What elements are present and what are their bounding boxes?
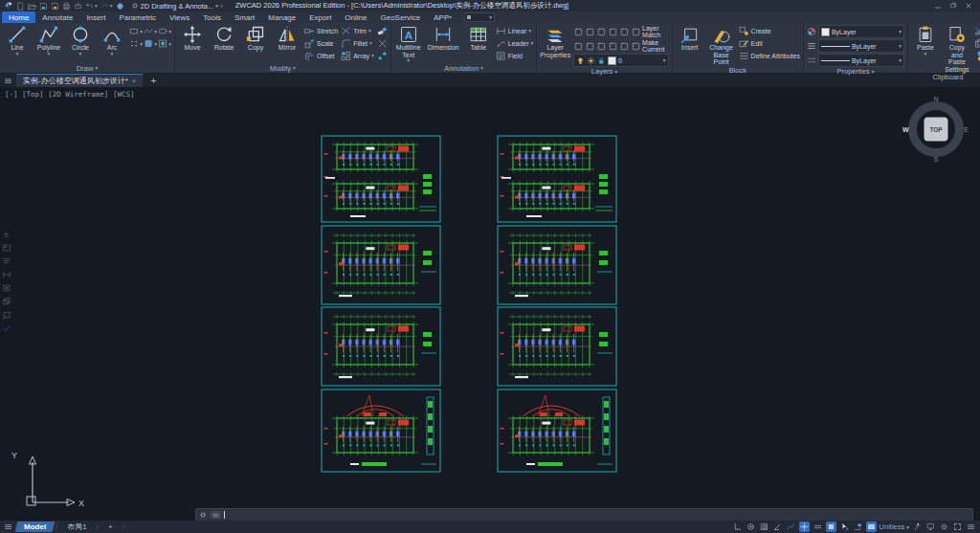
ribbon-tab-export[interactable]: Export xyxy=(302,11,338,23)
compass-west-label[interactable]: W xyxy=(902,126,909,133)
snap-icon[interactable] xyxy=(759,522,769,532)
pin-toggle-icon[interactable]: ▿ xyxy=(220,4,223,8)
compass-east-label[interactable]: E xyxy=(964,126,969,133)
field-button[interactable]: Field xyxy=(496,50,534,61)
format-painter-icon[interactable] xyxy=(974,50,980,61)
image-tool-icon[interactable] xyxy=(1,242,12,254)
new-tab-button[interactable]: + xyxy=(146,76,160,86)
compass-north-label[interactable]: N xyxy=(933,96,938,102)
copy-button[interactable]: Copy xyxy=(241,25,270,52)
ortho-icon[interactable] xyxy=(732,522,743,532)
ribbon-tab-tools[interactable]: Tools xyxy=(196,11,228,23)
line-button[interactable]: Line▾ xyxy=(3,25,32,56)
dimension-button[interactable]: Dimension xyxy=(426,25,461,52)
insert-button[interactable]: Insert xyxy=(676,25,704,52)
fillet-button[interactable]: Fillet▾ xyxy=(341,37,374,49)
explode-icon[interactable] xyxy=(377,37,388,49)
command-line[interactable] xyxy=(195,508,973,522)
check-tool-icon[interactable] xyxy=(1,322,12,334)
drawing-sheet-8[interactable] xyxy=(498,389,616,472)
units-dropdown[interactable]: Unitless▾ xyxy=(880,522,909,531)
ribbon-tab-app[interactable]: APP▾ xyxy=(427,11,458,23)
copy-clip-icon[interactable] xyxy=(974,37,980,49)
drawing-sheet-6[interactable] xyxy=(498,307,616,386)
save-as-icon[interactable] xyxy=(51,2,59,11)
settings-gear-icon[interactable] xyxy=(939,522,949,532)
create-button[interactable]: Create xyxy=(739,25,800,36)
make-current-button[interactable]: Make Current xyxy=(642,39,669,53)
layer-match-mini-icon[interactable] xyxy=(631,27,641,37)
lineweight-dropdown[interactable]: ByLayer▾ xyxy=(818,39,904,53)
layer-properties-button[interactable]: Layer Properties xyxy=(540,25,570,58)
ribbon-tab-parametric[interactable]: Parametric xyxy=(112,11,163,23)
gear-icon[interactable] xyxy=(199,511,207,519)
list-tool-icon[interactable] xyxy=(1,255,12,267)
table-button[interactable]: Table xyxy=(464,25,493,52)
rotate-button[interactable]: Rotate xyxy=(210,25,238,52)
edit-button[interactable]: Edit xyxy=(739,37,800,49)
trim-button[interactable]: Trim▾ xyxy=(341,25,374,36)
menu-combo-box[interactable]: ▾ xyxy=(464,12,495,22)
redo-icon[interactable]: ▾ xyxy=(100,2,113,11)
array-button[interactable]: Array▾ xyxy=(341,50,374,61)
tab-model[interactable]: Model xyxy=(15,522,56,532)
cut-icon[interactable] xyxy=(974,25,980,36)
layer-dropdown[interactable]: 0▾ xyxy=(573,54,669,67)
selection-cycling-icon[interactable] xyxy=(839,522,850,532)
layer-isolate-icon[interactable] xyxy=(619,27,630,37)
annotation-monitor-icon[interactable] xyxy=(912,522,923,532)
dynamic-input-icon[interactable] xyxy=(786,522,796,532)
erase-icon[interactable] xyxy=(377,25,388,36)
layer-on-icon[interactable] xyxy=(573,27,584,37)
scale-button[interactable]: Scale xyxy=(304,37,338,49)
drawing-sheet-3[interactable] xyxy=(322,226,440,304)
print-icon[interactable] xyxy=(62,2,71,11)
annotation-scale-icon[interactable] xyxy=(853,522,863,532)
plot-icon[interactable] xyxy=(74,2,82,11)
stretch-button[interactable]: Stretch xyxy=(304,25,338,36)
spline-icon[interactable]: ▾ xyxy=(144,26,157,36)
compass-south-label[interactable]: S xyxy=(934,156,939,163)
rectangle-icon[interactable]: ▾ xyxy=(129,26,143,36)
arc-button[interactable]: Arc▾ xyxy=(98,25,126,56)
view-cube-face[interactable]: TOP xyxy=(924,118,948,142)
keyboard-icon[interactable] xyxy=(210,511,221,519)
layer-prev-icon[interactable] xyxy=(608,41,618,52)
window-maximize-button[interactable] xyxy=(949,2,957,10)
osnap-icon[interactable] xyxy=(746,522,756,532)
drawing-sheet-7[interactable] xyxy=(322,389,440,472)
panel-label-properties[interactable]: Properties▾ xyxy=(807,67,904,76)
leader-button[interactable]: Leader▾ xyxy=(496,37,534,49)
layer-freeze-icon[interactable] xyxy=(585,27,595,37)
copy-and-paste-settings-button[interactable]: Copy and Paste Settings xyxy=(943,25,971,73)
document-tab[interactable]: 实例-办公楼空调通风初步设计* × xyxy=(16,74,143,87)
layer-thaw-icon[interactable] xyxy=(573,41,584,52)
layer-current-mini-icon[interactable] xyxy=(631,41,641,52)
drawing-sheet-5[interactable] xyxy=(322,307,440,386)
paste-button[interactable]: Paste▾ xyxy=(911,25,940,56)
zwcad-logo-icon[interactable] xyxy=(4,1,13,11)
fullscreen-icon[interactable] xyxy=(952,522,963,532)
linetype-icon[interactable] xyxy=(807,56,816,65)
open-file-icon[interactable] xyxy=(28,2,36,11)
drawing-sheet-1[interactable] xyxy=(322,136,440,222)
copy-tool-icon[interactable] xyxy=(1,296,12,307)
drawing-sheet-2[interactable] xyxy=(498,136,616,222)
save-icon[interactable] xyxy=(39,2,48,11)
window-close-button[interactable] xyxy=(965,2,972,10)
hatch-icon[interactable]: ▾ xyxy=(144,38,157,49)
define-attributes-button[interactable]: Define Attributes xyxy=(739,50,800,61)
block-tool-icon[interactable] xyxy=(1,282,12,294)
join-icon[interactable] xyxy=(377,50,388,61)
offset-button[interactable]: Offset xyxy=(304,50,338,61)
multiline-text-button[interactable]: AMultiline Text▾ xyxy=(394,25,423,62)
layer-unlock-icon[interactable] xyxy=(585,41,595,52)
lineweight-display-icon[interactable] xyxy=(813,522,823,532)
undo-icon[interactable]: ▾ xyxy=(85,2,98,11)
linetype-dropdown[interactable]: ByLayer▾ xyxy=(818,54,904,67)
change-base-point-button[interactable]: Change Base Point xyxy=(707,25,736,66)
hamburger-icon[interactable] xyxy=(4,522,12,531)
polar-tracking-icon[interactable] xyxy=(772,522,783,532)
dim-tool-icon[interactable] xyxy=(1,269,12,280)
linear-button[interactable]: Linear▾ xyxy=(496,25,534,36)
